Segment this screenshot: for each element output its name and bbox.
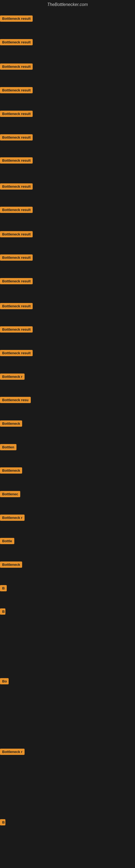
bottleneck-badge: Bottleneck result xyxy=(0,350,33,356)
bottleneck-badge: Bottleneck result xyxy=(0,134,33,141)
site-title: TheBottlenecker.com xyxy=(0,0,135,9)
bottleneck-badge: Bottleneck result xyxy=(0,63,33,70)
bottleneck-badge: Bottleneck result xyxy=(0,183,33,190)
bottleneck-item: Bottleneck result xyxy=(0,39,33,45)
bottleneck-item: Bottleneck result xyxy=(0,254,33,261)
bottleneck-badge: Bottleneck result xyxy=(0,39,33,45)
bottleneck-item: Bo xyxy=(0,678,9,684)
bottleneck-badge: B xyxy=(0,609,5,615)
bottleneck-item: Bottleneck result xyxy=(0,231,33,237)
bottleneck-item: Bottleneck xyxy=(0,467,22,474)
bottleneck-item: B xyxy=(0,585,7,591)
bottleneck-item: Bottleneck result xyxy=(0,16,33,22)
bottleneck-item: Bottleneck result xyxy=(0,111,33,117)
bottleneck-item: Bottleneck result xyxy=(0,183,33,190)
bottleneck-item: Bottle xyxy=(0,538,14,544)
bottleneck-item: Bottleneck result xyxy=(0,207,33,213)
bottleneck-badge: Bottleneck result xyxy=(0,157,33,163)
bottleneck-item: Bottleneck result xyxy=(0,157,33,163)
bottleneck-item: Bottleneck result xyxy=(0,278,33,284)
bottleneck-badge: Bottleneck xyxy=(0,561,22,568)
bottleneck-badge: Bottleneck r xyxy=(0,749,25,755)
bottleneck-item: Bottleneck result xyxy=(0,350,33,356)
bottleneck-badge: Bottleneck result xyxy=(0,278,33,284)
bottleneck-badge: Bottleneck r xyxy=(0,373,25,380)
bottleneck-badge: Bottleneck result xyxy=(0,326,33,333)
bottleneck-badge: Bottleneck r xyxy=(0,515,25,521)
bottleneck-item: Bottleneck result xyxy=(0,303,33,309)
bottleneck-item: Bottleneck r xyxy=(0,373,25,380)
bottleneck-badge: Bottleneck result xyxy=(0,231,33,237)
bottleneck-badge: Bottlenec xyxy=(0,491,20,497)
bottleneck-item: Bottleneck result xyxy=(0,134,33,141)
bottleneck-badge: Bottleneck result xyxy=(0,207,33,213)
bottleneck-badge: Bottleneck xyxy=(0,467,22,474)
bottleneck-badge: B xyxy=(0,585,7,591)
bottleneck-item: B xyxy=(0,819,5,826)
bottleneck-badge: Bottleneck result xyxy=(0,87,33,93)
bottleneck-badge: Bottleneck result xyxy=(0,254,33,261)
bottleneck-badge: Bottleneck result xyxy=(0,16,33,22)
bottleneck-badge: Bottleneck result xyxy=(0,303,33,309)
bottleneck-item: Bottleneck xyxy=(0,561,22,568)
bottleneck-item: Bottleneck result xyxy=(0,326,33,333)
bottleneck-badge: Bottlen xyxy=(0,444,16,450)
bottleneck-item: Bottleneck result xyxy=(0,63,33,70)
bottleneck-badge: Bo xyxy=(0,678,9,684)
bottleneck-item: Bottlenec xyxy=(0,491,20,497)
bottleneck-item: Bottlen xyxy=(0,444,16,450)
bottleneck-badge: Bottleneck result xyxy=(0,111,33,117)
bottleneck-item: Bottleneck result xyxy=(0,87,33,93)
bottleneck-item: Bottleneck r xyxy=(0,515,25,521)
bottleneck-item: Bottleneck resu xyxy=(0,397,31,403)
bottleneck-item: B xyxy=(0,609,5,615)
bottleneck-badge: Bottle xyxy=(0,538,14,544)
bottleneck-badge: Bottleneck xyxy=(0,421,22,427)
bottleneck-badge: Bottleneck resu xyxy=(0,397,31,403)
bottleneck-item: Bottleneck r xyxy=(0,749,25,755)
bottleneck-item: Bottleneck xyxy=(0,421,22,427)
bottleneck-badge: B xyxy=(0,819,5,826)
